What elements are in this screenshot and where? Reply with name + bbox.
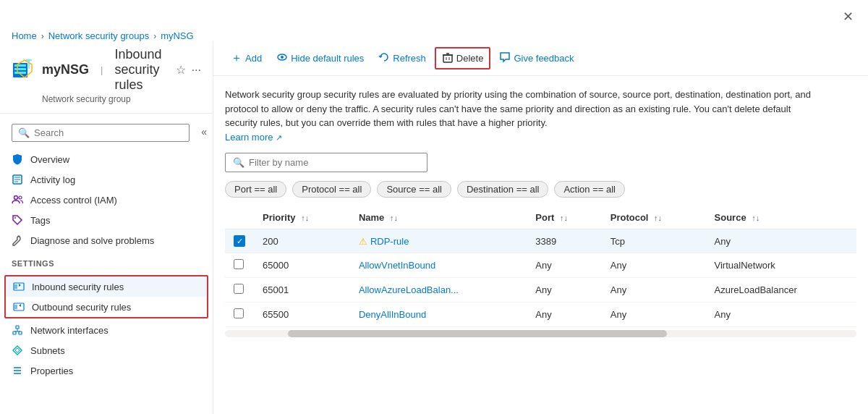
learn-more-label: Learn more — [225, 132, 273, 143]
svg-rect-2 — [14, 68, 26, 70]
search-input[interactable] — [34, 127, 183, 138]
sidebar-item-properties[interactable]: Properties — [0, 360, 213, 381]
chip-action[interactable]: Action == all — [554, 181, 625, 198]
network-interfaces-label: Network interfaces — [30, 325, 109, 336]
rule-name-link[interactable]: RDP-rule — [370, 236, 409, 247]
breadcrumb-current: myNSG — [161, 30, 194, 41]
row-priority: 65000 — [254, 253, 350, 278]
rule-name-link[interactable]: AllowAzureLoadBalan... — [359, 284, 459, 295]
sidebar-item-network-interfaces[interactable]: Network interfaces — [0, 320, 213, 340]
row-name[interactable]: AllowVnetInBound — [350, 253, 527, 278]
resource-subtitle: Network security group — [42, 94, 201, 104]
diagnose-label: Diagnose and solve problems — [30, 235, 154, 246]
breadcrumb-nsg[interactable]: Network security groups — [48, 30, 149, 41]
scrollbar-thumb[interactable] — [288, 330, 667, 337]
toolbar: ＋ Add Hide default rules Refresh — [213, 41, 868, 76]
sidebar-item-subnets[interactable]: Subnets — [0, 340, 213, 360]
sidebar-item-tags[interactable]: Tags — [0, 210, 213, 230]
app-container: ✕ Home › Network security groups › myNSG — [0, 0, 868, 414]
row-checkbox[interactable] — [234, 284, 244, 294]
delete-icon — [442, 51, 454, 65]
row-checkbox-cell[interactable]: ✓ — [225, 229, 254, 253]
row-port: 3389 — [527, 229, 601, 253]
header-port[interactable]: Port ↑↓ — [527, 206, 601, 229]
warning-icon: ⚠ — [359, 236, 367, 247]
main-layout: myNSG | Inbound security rules ☆ ··· Net… — [0, 41, 868, 414]
sidebar-item-overview[interactable]: Overview — [0, 149, 213, 169]
hide-default-button[interactable]: Hide default rules — [271, 48, 370, 68]
settings-title: Settings — [12, 259, 201, 268]
activity-log-label: Activity log — [30, 174, 75, 185]
row-protocol: Any — [602, 303, 706, 327]
sidebar-item-outbound[interactable]: Outbound security rules — [6, 297, 207, 317]
more-button[interactable]: ··· — [192, 64, 201, 77]
sidebar-item-inbound[interactable]: Inbound security rules — [6, 276, 207, 297]
sidebar-search[interactable]: 🔍 — [12, 124, 190, 142]
favorite-button[interactable]: ☆ — [176, 63, 186, 77]
table-row: 65000AllowVnetInBoundAnyAnyVirtualNetwor… — [225, 253, 856, 278]
header-source[interactable]: Source ↑↓ — [706, 206, 856, 229]
row-checkbox[interactable] — [234, 259, 244, 269]
header-name[interactable]: Name ↑↓ — [350, 206, 527, 229]
row-checkbox-cell[interactable] — [225, 303, 254, 327]
header-protocol[interactable]: Protocol ↑↓ — [602, 206, 706, 229]
resource-title: myNSG | Inbound security rules ☆ ··· — [12, 47, 201, 93]
protocol-sort[interactable]: ↑↓ — [654, 214, 662, 222]
chip-destination[interactable]: Destination == all — [457, 181, 548, 198]
table-row: ✓200⚠RDP-rule3389TcpAny — [225, 229, 856, 253]
filter-input[interactable] — [249, 157, 420, 168]
sidebar-item-activity-log[interactable]: Activity log — [0, 169, 213, 190]
row-priority: 65001 — [254, 278, 350, 303]
chip-protocol[interactable]: Protocol == all — [292, 181, 371, 198]
external-link-icon: ↗ — [276, 133, 282, 142]
inbound-icon — [13, 281, 25, 292]
priority-sort[interactable]: ↑↓ — [301, 214, 309, 222]
rule-name-link[interactable]: AllowVnetInBound — [359, 260, 435, 271]
chip-port[interactable]: Port == all — [225, 181, 286, 198]
row-checkbox-cell[interactable] — [225, 253, 254, 278]
people-icon — [12, 194, 23, 206]
svg-point-13 — [14, 217, 16, 219]
sidebar-item-iam[interactable]: Access control (IAM) — [0, 190, 213, 210]
log-icon — [12, 174, 23, 185]
rule-name-link[interactable]: DenyAllInBound — [359, 309, 426, 320]
header-priority[interactable]: Priority ↑↓ — [254, 206, 350, 229]
outbound-icon — [13, 301, 25, 313]
add-button[interactable]: ＋ Add — [225, 48, 268, 69]
row-name[interactable]: DenyAllInBound — [350, 303, 527, 327]
row-source: Any — [706, 229, 856, 253]
subnets-label: Subnets — [30, 345, 65, 356]
close-button[interactable]: ✕ — [837, 6, 859, 28]
top-bar: ✕ — [0, 0, 868, 28]
row-source: Any — [706, 303, 856, 327]
hide-label: Hide default rules — [291, 53, 364, 64]
chip-source[interactable]: Source == all — [377, 181, 451, 198]
filter-search-box[interactable]: 🔍 — [225, 153, 427, 172]
row-port: Any — [527, 303, 601, 327]
row-checkbox[interactable] — [234, 308, 244, 318]
table-row: 65001AllowAzureLoadBalan...AnyAnyAzureLo… — [225, 278, 856, 303]
row-checkbox-cell[interactable] — [225, 278, 254, 303]
refresh-button[interactable]: Refresh — [373, 48, 432, 68]
feedback-button[interactable]: Give feedback — [493, 48, 579, 68]
header-checkbox-cell — [225, 206, 254, 229]
sidebar-item-diagnose[interactable]: Diagnose and solve problems — [0, 230, 213, 250]
collapse-button[interactable]: « — [201, 126, 207, 138]
source-sort[interactable]: ↑↓ — [752, 214, 760, 222]
horizontal-scrollbar[interactable] — [225, 330, 856, 337]
settings-section: Settings — [0, 250, 213, 274]
learn-more-link[interactable]: Learn more ↗ — [225, 132, 282, 143]
nsg-icon — [12, 59, 35, 82]
checked-checkbox[interactable]: ✓ — [234, 235, 245, 247]
breadcrumb-home[interactable]: Home — [12, 30, 37, 41]
row-name[interactable]: AllowAzureLoadBalan... — [350, 278, 527, 303]
resource-actions: ☆ ··· — [176, 63, 201, 77]
tags-label: Tags — [30, 215, 50, 226]
name-sort[interactable]: ↑↓ — [390, 214, 398, 222]
delete-button[interactable]: Delete — [435, 47, 491, 69]
row-priority: 200 — [254, 229, 350, 253]
row-name[interactable]: ⚠RDP-rule — [350, 229, 527, 253]
port-sort[interactable]: ↑↓ — [560, 214, 568, 222]
sidebar-header: myNSG | Inbound security rules ☆ ··· Net… — [0, 41, 213, 114]
inbound-label: Inbound security rules — [32, 282, 124, 292]
